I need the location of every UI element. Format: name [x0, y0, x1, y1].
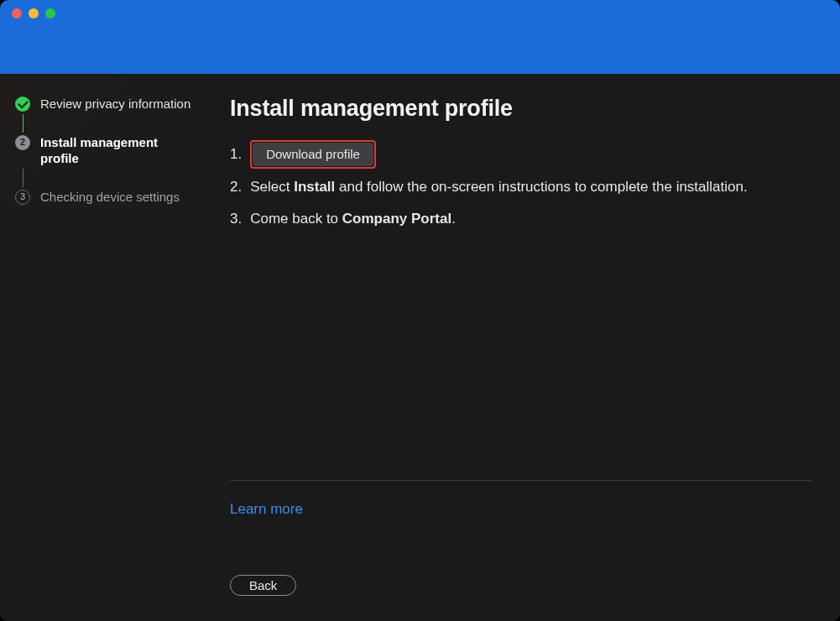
step-checking-settings: 3 Checking device settings	[15, 189, 198, 206]
instruction-number: 1.	[230, 141, 242, 168]
instruction-text: Come back to Company Portal.	[250, 206, 456, 232]
download-profile-button[interactable]: Download profile	[253, 143, 373, 166]
close-button[interactable]	[12, 8, 22, 18]
checkmark-icon	[15, 97, 30, 112]
step-label: Review privacy information	[40, 96, 196, 112]
step-connector	[23, 169, 24, 187]
text-fragment: Come back to	[250, 211, 342, 227]
step-review-privacy: Review privacy information	[15, 96, 198, 112]
body-area: Review privacy information 2 Install man…	[0, 74, 840, 621]
text-bold: Install	[294, 179, 335, 195]
titlebar	[0, 0, 840, 74]
instruction-text: Select Install and follow the on-screen …	[250, 174, 748, 201]
step-list: Review privacy information 2 Install man…	[15, 96, 198, 205]
instruction-number: 3.	[230, 206, 242, 232]
page-title: Install management profile	[230, 96, 811, 122]
text-fragment: .	[451, 211, 456, 227]
instruction-1: 1. Download profile	[230, 140, 811, 169]
step-label: Checking device settings	[40, 189, 185, 206]
spacer	[230, 238, 811, 480]
divider	[230, 480, 811, 481]
instructions: 1. Download profile 2. Select Install an…	[230, 140, 811, 238]
step-number-icon: 3	[15, 190, 30, 205]
instruction-3: 3. Come back to Company Portal.	[230, 206, 811, 232]
step-number-icon: 2	[15, 135, 30, 150]
minimize-button[interactable]	[29, 8, 39, 18]
download-highlight: Download profile	[250, 140, 376, 169]
step-label: Install management profile	[40, 134, 198, 167]
step-connector	[23, 114, 24, 133]
back-button[interactable]: Back	[230, 575, 296, 596]
window-controls	[12, 8, 55, 18]
text-fragment: and follow the on-screen instructions to…	[335, 179, 747, 195]
text-bold: Company Portal	[342, 211, 451, 227]
text-fragment: Select	[250, 179, 294, 195]
main-content: Install management profile 1. Download p…	[210, 74, 840, 621]
instruction-2: 2. Select Install and follow the on-scre…	[230, 174, 811, 201]
step-install-profile: 2 Install management profile	[15, 134, 198, 167]
learn-more-link[interactable]: Learn more	[230, 501, 811, 518]
sidebar: Review privacy information 2 Install man…	[0, 74, 210, 621]
zoom-button[interactable]	[45, 8, 55, 18]
app-window: Review privacy information 2 Install man…	[0, 0, 840, 621]
instruction-number: 2.	[230, 174, 242, 201]
